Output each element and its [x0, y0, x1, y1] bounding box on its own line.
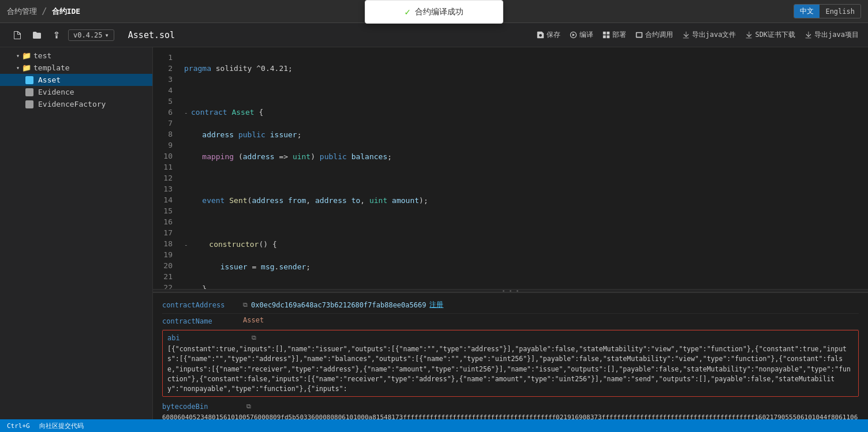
contract-address-value: ⧉ 0x0ec9dc169a648ac73b6212680f7fab88ee0a…	[243, 300, 859, 310]
export-sdk-button[interactable]: SDK证书下载	[745, 30, 795, 40]
contract-address-text: 0x0ec9dc169a648ac73b6212680f7fab88ee0a56…	[251, 301, 426, 309]
sidebar-item-test-label: test	[33, 51, 51, 60]
export-java-project-label: 导出java项目	[814, 30, 859, 40]
version-label: v0.4.25	[73, 31, 103, 39]
contract-name-text: Asset	[243, 316, 264, 324]
sidebar-item-evidence-label: Evidence	[38, 88, 74, 96]
svg-rect-2	[603, 35, 605, 38]
export-java-label: 导出java文件	[692, 30, 736, 40]
toolbar: v0.4.25 ▾ Asset.sol 保存 编译 部署 合约调用 导出java…	[0, 23, 868, 47]
sidebar: ▾ 📁 test ▾ 📁 template Asset Evidence Evi…	[0, 47, 153, 419]
status-shortcut: Ctrl+G	[7, 422, 30, 430]
compile-label: 编译	[579, 30, 593, 40]
copy-abi-icon[interactable]: ⧉	[252, 334, 256, 341]
contract-name-label: contractName	[162, 316, 243, 325]
lang-en-button[interactable]: English	[820, 6, 860, 17]
bottom-panel: contractAddress ⧉ 0x0ec9dc169a648ac73b62…	[153, 292, 868, 419]
file-gray-icon	[25, 88, 33, 96]
deploy-button[interactable]: 部署	[603, 30, 626, 40]
sidebar-item-test[interactable]: ▾ 📁 test	[0, 50, 152, 62]
code-editor[interactable]: 12345 678910 1112131415 1617181920 21222…	[153, 47, 868, 289]
svg-rect-3	[607, 35, 609, 38]
language-switcher: 中文 English	[794, 4, 861, 18]
export-java-button[interactable]: 导出java文件	[682, 30, 736, 40]
toast-success-icon: ✓	[405, 6, 410, 17]
copy-address-icon[interactable]: ⧉	[243, 301, 248, 309]
compile-button[interactable]: 编译	[570, 30, 593, 40]
contract-name-row: contractName Asset	[162, 314, 859, 330]
chevron-down-icon: ▾	[16, 52, 20, 59]
file-title: Asset.sol	[117, 30, 534, 40]
new-folder-button[interactable]	[29, 27, 45, 43]
contract-address-row: contractAddress ⧉ 0x0ec9dc169a648ac73b62…	[162, 298, 859, 314]
abi-label: abi	[167, 333, 248, 342]
save-button[interactable]: 保存	[537, 30, 560, 40]
contract-name-value: Asset	[243, 316, 859, 324]
line-numbers: 12345 678910 1112131415 1617181920 21222…	[153, 47, 177, 289]
copy-bytecode-icon[interactable]: ⧉	[246, 403, 251, 410]
save-label: 保存	[547, 30, 560, 40]
bytecode-label: bytecodeBin	[162, 401, 243, 411]
bytecode-row: bytecodeBin ⧉ 60806040523480156101005760…	[162, 399, 859, 419]
status-extra: 向社区提交代码	[39, 422, 84, 430]
new-file-button[interactable]	[9, 27, 25, 43]
sidebar-item-evidencefactory-label: EvidenceFactory	[38, 100, 106, 108]
bytecode-value: 6080604052348015610100576000809fd5b50336…	[162, 413, 859, 419]
top-bar-title-area: 合约管理 / 合约IDE	[7, 6, 80, 17]
status-bar: Ctrl+G 向社区提交代码	[0, 419, 868, 432]
file-gray2-icon	[25, 100, 33, 108]
editor-area: 12345 678910 1112131415 1617181920 21222…	[153, 47, 868, 419]
sidebar-item-evidence[interactable]: Evidence	[0, 86, 152, 98]
contract-call-button[interactable]: 合约调用	[635, 30, 673, 40]
upload-button[interactable]	[48, 27, 65, 43]
toolbar-left: v0.4.25 ▾	[9, 27, 114, 43]
version-chevron-icon: ▾	[105, 31, 109, 39]
sidebar-item-template-label: template	[33, 63, 70, 72]
sidebar-item-asset[interactable]: Asset	[0, 74, 152, 86]
svg-rect-0	[603, 32, 605, 35]
code-content: pragma solidity ^0.4.21; -contract Asset…	[177, 47, 868, 289]
sidebar-item-asset-label: Asset	[38, 76, 61, 84]
folder-icon: 📁	[22, 51, 31, 60]
contract-call-label: 合约调用	[645, 30, 673, 40]
top-bar-title: 合约管理	[7, 6, 37, 17]
main-layout: ▾ 📁 test ▾ 📁 template Asset Evidence Evi…	[0, 47, 868, 419]
abi-row: abi ⧉ [{"constant":true,"inputs":[],"nam…	[162, 330, 859, 397]
abi-value: [{"constant":true,"inputs":[],"name":"is…	[167, 344, 854, 394]
chevron-down-icon: ▾	[16, 65, 20, 71]
top-bar-subtitle: 合约IDE	[52, 6, 80, 17]
note-link[interactable]: 注册	[429, 300, 443, 310]
svg-rect-1	[607, 32, 609, 35]
export-sdk-label: SDK证书下载	[755, 30, 795, 40]
sidebar-item-evidencefactory[interactable]: EvidenceFactory	[0, 98, 152, 110]
export-java-project-button[interactable]: 导出java项目	[805, 30, 859, 40]
deploy-label: 部署	[612, 30, 626, 40]
folder-icon: 📁	[22, 63, 31, 72]
sidebar-item-template[interactable]: ▾ 📁 template	[0, 62, 152, 74]
version-selector[interactable]: v0.4.25 ▾	[68, 29, 114, 41]
toolbar-actions: 保存 编译 部署 合约调用 导出java文件 SDK证书下载 导出java项目	[537, 30, 859, 40]
top-bar-separator: /	[42, 6, 47, 17]
contract-address-label: contractAddress	[162, 300, 243, 309]
lang-cn-button[interactable]: 中文	[794, 5, 820, 18]
toast-message: 合约编译成功	[415, 7, 463, 17]
toast-notification: ✓ 合约编译成功	[365, 0, 503, 24]
file-blue-icon	[25, 76, 33, 84]
